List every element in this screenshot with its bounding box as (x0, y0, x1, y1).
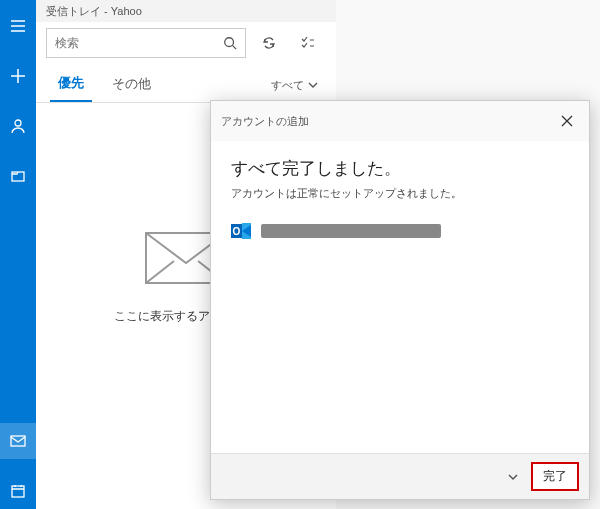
folders-icon[interactable] (0, 158, 36, 194)
dialog-subtext: アカウントは正常にセットアップされました。 (231, 186, 569, 201)
sync-icon[interactable] (254, 28, 284, 58)
filter-dropdown[interactable]: すべて (271, 78, 322, 93)
hamburger-menu-icon[interactable] (0, 8, 36, 44)
svg-rect-3 (12, 486, 24, 497)
nav-sidebar (0, 0, 36, 509)
outlook-icon: O (231, 221, 251, 241)
search-field[interactable] (55, 36, 223, 50)
chevron-down-icon (308, 80, 318, 90)
filter-label: すべて (271, 78, 304, 93)
search-input[interactable] (46, 28, 246, 58)
dialog-title: アカウントの追加 (221, 114, 555, 129)
svg-point-0 (15, 120, 21, 126)
toolbar (36, 22, 336, 64)
calendar-icon[interactable] (0, 473, 36, 509)
search-icon[interactable] (223, 36, 237, 50)
new-mail-icon[interactable] (0, 58, 36, 94)
svg-point-4 (225, 38, 234, 47)
tab-focused[interactable]: 優先 (50, 68, 92, 102)
add-account-dialog: アカウントの追加 すべて完了しました。 アカウントは正常にセットアップされました… (210, 100, 590, 500)
tabs: 優先 その他 すべて (36, 64, 336, 103)
dialog-heading: すべて完了しました。 (231, 157, 569, 180)
mail-icon[interactable] (0, 423, 36, 459)
svg-text:O: O (233, 226, 241, 237)
accounts-icon[interactable] (0, 108, 36, 144)
account-email-redacted (261, 224, 441, 238)
done-button[interactable]: 完了 (531, 462, 579, 491)
select-mode-icon[interactable] (292, 28, 322, 58)
account-row: O (231, 221, 569, 241)
svg-rect-2 (11, 436, 25, 446)
chevron-down-icon[interactable] (503, 467, 523, 487)
window-title: 受信トレイ - Yahoo (36, 0, 336, 22)
close-icon[interactable] (555, 109, 579, 133)
tab-other[interactable]: その他 (104, 69, 159, 101)
